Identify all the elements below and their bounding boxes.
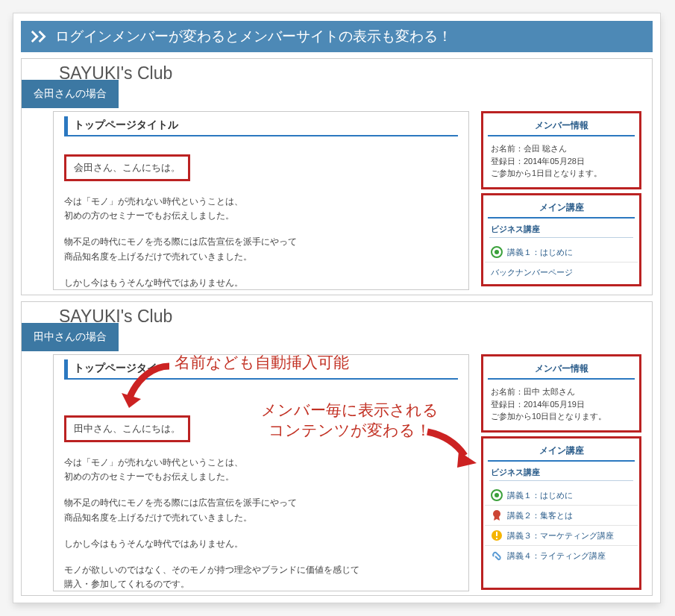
svg-point-1: [495, 250, 499, 254]
lesson-label: 講義２：集客とは: [507, 510, 573, 521]
member-regdate: 登録日：2014年05月28日: [491, 155, 632, 168]
svg-rect-7: [496, 538, 497, 539]
banner-title: ログインメンバーが変わるとメンバーサイトの表示も変わる！: [55, 27, 452, 46]
backnumber-link[interactable]: バックナンバーページ: [485, 263, 638, 283]
member-days: ご参加から10日目となります。: [491, 410, 632, 423]
lesson-item[interactable]: 講義４：ライティング講座: [485, 546, 638, 565]
lesson-item[interactable]: 講義１：はじめに: [485, 485, 638, 506]
body-text: しかし今はもうそんな時代ではありません。: [64, 276, 458, 290]
member-name: お名前：会田 聡さん: [491, 142, 632, 155]
lesson-label: 講義３：マーケティング講座: [507, 530, 614, 541]
callout-name-insert: 名前なども自動挿入可能: [175, 353, 349, 373]
clip-icon: [491, 550, 503, 562]
case-badge-aida: 会田さんの場合: [22, 80, 119, 108]
body-text: 物不足の時代にモノを売る際には広告宣伝を派手にやって 商品知名度を上げるだけで売…: [64, 496, 458, 524]
bullseye-icon: [491, 246, 503, 258]
body-text: モノが欲しいのではなく、そのモノが持つ理念やブランドに価値を感じて 購入・参加し…: [64, 563, 458, 591]
member-info-panel: メンバー情報 お名前：会田 聡さん 登録日：2014年05月28日 ご参加から1…: [481, 111, 641, 189]
warning-icon: [491, 529, 503, 541]
svg-point-4: [493, 510, 500, 518]
member-info-title: メンバー情報: [488, 116, 635, 136]
arrow-icon: [117, 362, 177, 415]
lesson-label: 講義４：ライティング講座: [507, 550, 606, 562]
lecture-subtitle: ビジネス講座: [489, 465, 633, 481]
case-badge-tanaka: 田中さんの場合: [22, 323, 119, 351]
club-title: SAYUKI's Club: [59, 63, 652, 84]
body-text: しかし今はもうそんな時代ではありません。: [64, 537, 458, 551]
lesson-item[interactable]: 講義３：マーケティング講座: [485, 526, 638, 546]
lesson-item[interactable]: 講義２：集客とは: [485, 506, 638, 526]
lesson-label: 講義１：はじめに: [507, 247, 573, 258]
body-text: 今は「モノ」が売れない時代ということは、 初めの方のセミナーでもお伝えしました。: [64, 195, 458, 223]
main-panel: トップページタイ 田中さん、こんにちは。 今は「モノ」が売れない時代ということは…: [53, 354, 469, 591]
member-name: お名前：田中 太郎さん: [491, 386, 632, 398]
member-days: ご参加から1日目となります。: [491, 167, 632, 180]
page-title: トップページタイトル: [64, 116, 458, 136]
lecture-title: メイン講座: [488, 198, 635, 219]
greeting-highlight: 会田さん、こんにちは。: [64, 154, 190, 181]
member-regdate: 登録日：2014年05月19日: [491, 398, 632, 411]
main-lecture-panel: メイン講座 ビジネス講座 講義１：はじめに 講義２：集客とは 講義３：マーケティ…: [481, 436, 641, 590]
svg-point-3: [495, 493, 499, 497]
main-lecture-panel: メイン講座 ビジネス講座 講義１：はじめに バックナンバーページ: [481, 193, 641, 286]
ribbon-icon: [491, 509, 503, 521]
lesson-label: 講義１：はじめに: [507, 490, 573, 501]
lecture-title: メイン講座: [488, 441, 635, 462]
greeting-highlight: 田中さん、こんにちは。: [64, 415, 190, 442]
club-title: SAYUKI's Club: [59, 307, 652, 327]
lesson-item[interactable]: 講義１：はじめに: [485, 242, 638, 263]
member-info-panel: メンバー情報 お名前：田中 太郎さん 登録日：2014年05月19日 ご参加から…: [481, 354, 641, 433]
member-info-title: メンバー情報: [488, 359, 635, 380]
body-text: 今は「モノ」が売れない時代ということは、 初めの方のセミナーでもお伝えしました。: [64, 456, 458, 484]
lecture-subtitle: ビジネス講座: [489, 221, 633, 238]
body-text: 物不足の時代にモノを売る際には広告宣伝を派手にやって 商品知名度を上げるだけで売…: [64, 235, 458, 263]
chevron-double-right-icon: [30, 28, 51, 45]
arrow-icon: [423, 427, 481, 471]
scene-aida: SAYUKI's Club 会田さんの場合 トップページタイトル 会田さん、こん…: [21, 58, 653, 295]
svg-rect-6: [496, 532, 497, 536]
banner: ログインメンバーが変わるとメンバーサイトの表示も変わる！: [21, 21, 653, 52]
scene-tanaka: SAYUKI's Club 田中さんの場合 トップページタイ 田中さん、こんにち…: [21, 301, 653, 596]
main-panel: トップページタイトル 会田さん、こんにちは。 今は「モノ」が売れない時代というこ…: [53, 111, 469, 290]
bullseye-icon: [491, 489, 503, 501]
